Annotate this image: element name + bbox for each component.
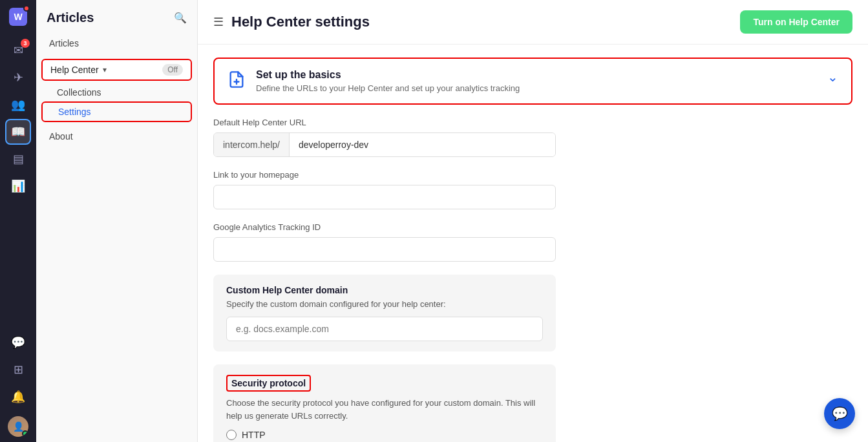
nav-icon-send[interactable]: ✈ [5,65,31,90]
chat-bubble-icon: 💬 [832,406,848,421]
nav-icon-chat[interactable]: 💬 [5,330,31,355]
sidebar: Articles 🔍 Articles Help Center ▾ Off Co… [36,0,198,442]
content-area: Set up the basics Define the URLs to you… [198,45,868,442]
help-center-label: Help Center [50,65,99,75]
nav-icon-users[interactable]: 👥 [5,92,31,118]
homepage-label: Link to your homepage [213,170,852,180]
sidebar-search-icon[interactable]: 🔍 [174,12,187,24]
sidebar-about-section: About [36,125,197,148]
default-url-section: Default Help Center URL intercom.help/ [213,118,852,157]
chat-icon: 💬 [11,335,25,350]
sidebar-help-center-section: Help Center ▾ Off Collections Settings [36,56,197,125]
http-radio-option: HTTP [226,430,543,440]
http-label: HTTP [242,430,266,440]
custom-domain-title: Custom Help Center domain [226,285,543,295]
sidebar-articles-section: Articles [36,30,197,56]
custom-domain-box: Custom Help Center domain Specify the cu… [213,275,556,352]
security-protocol-description: Choose the security protocol you have co… [226,397,543,422]
list-icon: ▤ [13,152,24,166]
url-prefix: intercom.help/ [214,133,290,156]
inbox-badge: 3 [21,39,30,48]
avatar-online-indicator [22,430,28,437]
bar-chart-icon: 📊 [11,179,25,193]
security-protocol-title: Security protocol [231,378,306,388]
icon-bar-top: W ✉ 3 ✈ 👥 📖 ▤ 📊 💬 [5,5,31,437]
nav-icon-inbox[interactable]: ✉ 3 [5,37,31,63]
setup-card-description: Define the URLs to your Help Center and … [256,83,817,93]
setup-card-title: Set up the basics [256,69,817,81]
homepage-input[interactable] [213,185,556,209]
page-title: Help Center settings [231,14,370,30]
sidebar-item-collections[interactable]: Collections [41,83,192,101]
user-avatar[interactable]: 👤 [8,416,28,437]
icon-bar: W ✉ 3 ✈ 👥 📖 ▤ 📊 💬 [0,0,36,442]
logo-notification-dot [23,5,30,12]
users-icon: 👥 [11,98,25,112]
http-radio-button[interactable] [226,430,237,440]
default-url-label: Default Help Center URL [213,118,852,127]
turn-on-help-center-button[interactable]: Turn on Help Center [740,10,852,34]
nav-icon-bell[interactable]: 🔔 [5,384,31,410]
main-content: ☰ Help Center settings Turn on Help Cent… [198,0,868,442]
sidebar-title: Articles [47,10,94,25]
security-protocol-box: Security protocol Choose the security pr… [213,364,556,442]
articles-label: Articles [49,38,79,48]
app-logo[interactable]: W [6,5,30,28]
sidebar-help-center-toggle[interactable]: Help Center ▾ Off [41,59,192,81]
custom-domain-description: Specify the custom domain configured for… [226,299,543,309]
book-icon: 📖 [11,125,25,139]
sidebar-header: Articles 🔍 [36,0,197,30]
homepage-section: Link to your homepage [213,170,852,209]
setup-card-content: Set up the basics Define the URLs to you… [256,69,817,93]
nav-icon-grid-plus[interactable]: ⊞ [5,357,31,383]
hamburger-icon[interactable]: ☰ [213,15,224,29]
sidebar-item-settings[interactable]: Settings [41,101,192,122]
main-header: ☰ Help Center settings Turn on Help Cent… [198,0,868,45]
analytics-input[interactable] [213,237,556,262]
sidebar-item-about[interactable]: About [41,127,192,145]
chat-bubble-button[interactable]: 💬 [824,398,855,429]
custom-domain-input[interactable] [226,317,543,341]
nav-icon-book[interactable]: 📖 [5,119,31,145]
nav-icon-list[interactable]: ▤ [5,146,31,172]
analytics-section: Google Analytics Tracking ID [213,222,852,262]
send-icon: ✈ [14,70,23,85]
security-title-wrapper: Security protocol [226,375,311,392]
grid-plus-icon: ⊞ [14,363,23,377]
setup-card-chevron-icon[interactable]: ⌄ [827,69,838,85]
help-center-chevron-icon: ▾ [103,65,107,74]
help-center-status: Off [162,64,183,76]
bell-icon: 🔔 [11,390,25,404]
setup-basics-card: Set up the basics Define the URLs to you… [213,58,852,105]
sidebar-item-articles[interactable]: Articles [41,33,192,54]
url-input-group: intercom.help/ [213,132,556,157]
setup-card-icon [228,70,246,93]
nav-icon-chart[interactable]: 📊 [5,173,31,199]
main-header-left: ☰ Help Center settings [213,14,370,30]
help-center-toggle-left: Help Center ▾ [50,65,107,75]
url-input[interactable] [290,133,555,156]
analytics-label: Google Analytics Tracking ID [213,222,852,232]
